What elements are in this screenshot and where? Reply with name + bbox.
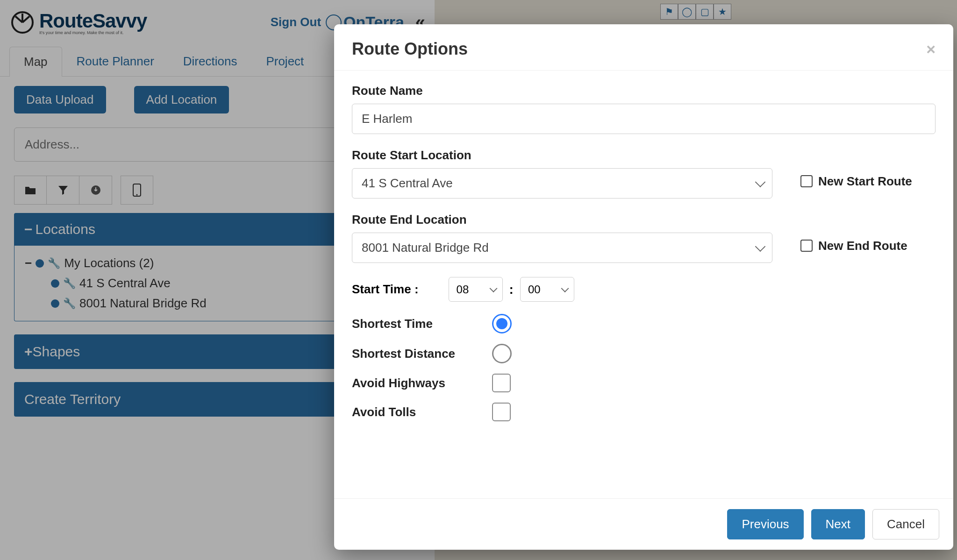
start-time-label: Start Time :	[352, 282, 419, 297]
modal-footer: Previous Next Cancel	[334, 498, 953, 550]
new-end-route-label: New End Route	[818, 239, 907, 253]
end-location-select[interactable]: 8001 Natural Bridge Rd	[352, 233, 772, 263]
modal-body: Route Name Route Start Location 41 S Cen…	[334, 71, 953, 498]
time-colon: :	[509, 282, 514, 297]
route-options-modal: Route Options × Route Name Route Start L…	[334, 24, 953, 550]
shortest-time-radio[interactable]	[492, 314, 512, 333]
shortest-distance-label: Shortest Distance	[352, 347, 492, 361]
end-location-label: Route End Location	[352, 213, 772, 227]
start-location-label: Route Start Location	[352, 148, 772, 163]
next-button[interactable]: Next	[811, 509, 865, 539]
avoid-highways-checkbox[interactable]	[492, 374, 511, 392]
shortest-distance-radio[interactable]	[492, 344, 512, 363]
previous-button[interactable]: Previous	[727, 509, 803, 539]
route-name-input[interactable]	[352, 104, 936, 134]
new-start-route-label: New Start Route	[818, 174, 912, 189]
shortest-time-label: Shortest Time	[352, 317, 492, 331]
modal-title: Route Options	[352, 39, 468, 59]
route-name-label: Route Name	[352, 84, 936, 98]
start-location-select[interactable]: 41 S Central Ave	[352, 168, 772, 198]
start-minute-select[interactable]: 00	[520, 277, 574, 302]
avoid-highways-label: Avoid Highways	[352, 376, 492, 390]
new-start-route-checkbox[interactable]	[800, 175, 813, 187]
route-options-group: Shortest Time Shortest Distance Avoid Hi…	[352, 314, 936, 421]
close-icon[interactable]: ×	[926, 40, 936, 58]
avoid-tolls-checkbox[interactable]	[492, 403, 511, 421]
cancel-button[interactable]: Cancel	[872, 509, 939, 539]
new-end-route-checkbox[interactable]	[800, 240, 813, 252]
modal-header: Route Options ×	[334, 24, 953, 71]
start-hour-select[interactable]: 08	[449, 277, 503, 302]
avoid-tolls-label: Avoid Tolls	[352, 405, 492, 419]
